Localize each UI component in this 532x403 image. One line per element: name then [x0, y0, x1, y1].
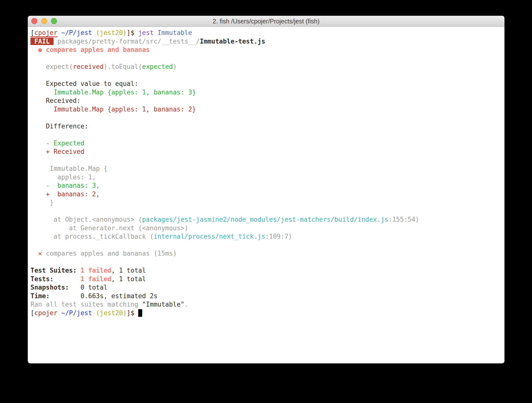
- text-segment: [92, 309, 96, 317]
- terminal-line: [30, 258, 502, 266]
- text-segment: (jest20): [96, 309, 127, 317]
- terminal-line: - Expected: [30, 139, 502, 148]
- text-segment: :109:7): [265, 233, 292, 240]
- terminal-content[interactable]: [cpojer ~/P/jest (jest20)]$ jest Immutab…: [28, 27, 504, 317]
- text-segment: [54, 38, 58, 45]
- terminal-line: [30, 156, 502, 165]
- text-segment: expected: [142, 63, 173, 70]
- terminal-line: [30, 71, 502, 80]
- text-segment: ~/P/jest: [61, 309, 92, 317]
- minimize-button[interactable]: [41, 18, 47, 24]
- terminal-line: Test Suites: 1 failed, 1 total: [30, 266, 502, 275]
- text-segment: Immutable-test.js: [200, 38, 265, 45]
- text-segment: + Received: [30, 148, 84, 155]
- terminal-line: Immutable.Map {apples: 1, bananas: 2}: [30, 105, 502, 114]
- terminal-line: Received:: [30, 96, 502, 105]
- text-segment: expect(: [46, 63, 73, 70]
- text-segment: Immutable.Map {apples: 1, bananas: 2}: [30, 106, 196, 113]
- text-segment: "Immutable": [142, 301, 184, 308]
- terminal-line: ● compares apples and bananas: [30, 46, 502, 54]
- terminal-line: + Received: [30, 147, 502, 156]
- text-segment: ]$: [127, 29, 138, 36]
- text-segment: ).toEqual(: [103, 63, 142, 70]
- text-segment: Immutable: [158, 29, 192, 36]
- text-segment: Immutable.Map {: [30, 165, 107, 172]
- terminal-line: Tests: 1 failed, 1 total: [30, 275, 502, 283]
- terminal-line: at process._tickCallback (internal/proce…: [30, 232, 502, 241]
- text-segment: internal/process/next_tick.js: [154, 233, 265, 240]
- terminal-line: Difference:: [30, 122, 502, 131]
- text-segment: 0 total: [81, 284, 108, 291]
- terminal-line: Immutable.Map {: [30, 164, 502, 173]
- text-segment: [30, 46, 38, 53]
- terminal-line: - bananas: 3,: [30, 181, 502, 190]
- terminal-line: ✕ compares apples and bananas (15ms): [30, 249, 502, 258]
- terminal-line: at Generator.next (<anonymous>): [30, 224, 502, 232]
- traffic-lights: [31, 18, 57, 24]
- text-segment: apples: 1,: [30, 173, 96, 181]
- terminal-line: [cpojer ~/P/jest (jest20)]$ jest Immutab…: [30, 29, 502, 37]
- text-segment: packages/jest-jasmine2/node_modules/jest…: [142, 216, 388, 223]
- terminal-line: Snapshots: 0 total: [30, 283, 502, 292]
- terminal-line: + bananas: 2,: [30, 190, 502, 199]
- text-segment: received: [73, 63, 103, 70]
- terminal-window: 2. fish /Users/cpojer/Projects/jest (fis…: [28, 16, 504, 363]
- text-segment: 1 failed: [81, 267, 111, 274]
- text-segment: cpojer: [34, 309, 58, 317]
- terminal-line: Ran all test suites matching "Immutable"…: [30, 300, 502, 309]
- text-segment: packages/pretty-format/src/__tests__/: [58, 38, 200, 45]
- text-segment: cpojer: [34, 29, 58, 37]
- text-segment: ~/P/jest: [61, 29, 92, 36]
- terminal-line: at Object.<anonymous> (packages/jest-jas…: [30, 215, 502, 224]
- terminal-line: [30, 54, 502, 63]
- window-title: 2. fish /Users/cpojer/Projects/jest (fis…: [213, 18, 320, 25]
- text-segment: , 1 total: [111, 275, 146, 283]
- terminal-line: [30, 113, 502, 122]
- text-segment: [: [30, 29, 34, 37]
- text-segment: (jest20): [96, 29, 127, 36]
- text-segment: at process._tickCallback (: [30, 233, 154, 240]
- terminal-line: expect(received).toEqual(expected): [30, 62, 502, 71]
- terminal-line: [30, 207, 502, 216]
- text-segment: 1 failed: [81, 275, 111, 283]
- terminal-line: Time: 0.663s, estimated 2s: [30, 292, 502, 300]
- terminal-line: [30, 130, 502, 139]
- text-segment: Time:: [30, 292, 81, 300]
- text-segment: Expected value to equal:: [30, 80, 138, 87]
- terminal-line: }: [30, 198, 502, 207]
- text-segment: Snapshots:: [30, 284, 81, 291]
- terminal-line: [cpojer ~/P/jest (jest20)]$ █: [30, 309, 502, 317]
- text-segment: [30, 63, 46, 70]
- text-segment: [: [30, 309, 34, 317]
- text-segment: [30, 250, 38, 257]
- text-segment: [92, 29, 96, 36]
- zoom-button[interactable]: [51, 18, 57, 24]
- text-segment: Tests:: [30, 275, 81, 283]
- text-segment: Ran all test suites matching: [30, 301, 142, 308]
- text-segment: }: [30, 199, 54, 206]
- text-segment: jest: [138, 29, 154, 36]
- text-segment: .: [184, 301, 188, 308]
- text-segment: - Expected: [30, 140, 84, 147]
- text-segment: [58, 29, 61, 36]
- terminal-line: Expected value to equal:: [30, 79, 502, 88]
- close-button[interactable]: [31, 18, 37, 24]
- text-segment: [58, 309, 61, 317]
- text-segment: ]$: [127, 309, 138, 317]
- terminal-line: Immutable.Map {apples: 1, bananas: 3}: [30, 88, 502, 97]
- text-segment: - bananas: 3,: [30, 182, 100, 189]
- text-segment: :155:54): [388, 216, 419, 223]
- window-titlebar[interactable]: 2. fish /Users/cpojer/Projects/jest (fis…: [28, 16, 504, 27]
- text-segment: 0.663s, estimated 2s: [81, 292, 158, 300]
- text-segment: Difference:: [30, 123, 88, 130]
- text-segment: Test Suites:: [30, 267, 81, 274]
- failed-test-title: ● compares apples and bananas: [38, 46, 150, 53]
- failed-test-x-icon: ✕: [38, 250, 42, 257]
- text-segment: at Generator.next (<anonymous>): [30, 224, 188, 232]
- text-segment: Received:: [30, 97, 81, 104]
- text-segment: Immutable.Map {apples: 1, bananas: 3}: [30, 89, 196, 96]
- text-segment: compares apples and bananas (15ms): [42, 250, 177, 257]
- text-segment: , 1 total: [111, 267, 146, 274]
- terminal-line: FAIL packages/pretty-format/src/__tests_…: [30, 37, 502, 46]
- terminal-cursor: █: [138, 309, 142, 317]
